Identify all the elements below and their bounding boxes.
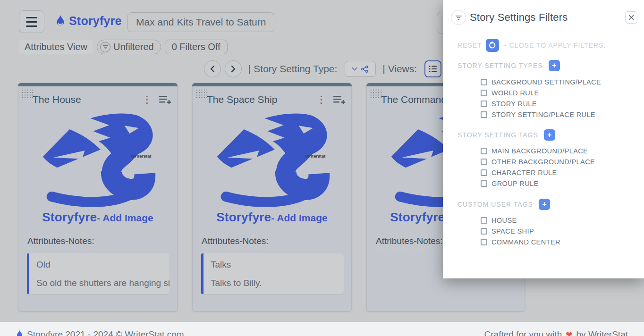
checkbox[interactable]	[481, 79, 487, 85]
undo-icon	[489, 42, 496, 49]
add-custom-tag-button[interactable]: +	[539, 199, 550, 210]
filter-option[interactable]: BACKGROUND SETTING/PLACE	[481, 78, 601, 86]
filter-icon	[451, 10, 466, 25]
checkbox[interactable]	[481, 101, 487, 107]
close-icon	[628, 15, 634, 20]
filter-option[interactable]: MAIN BACKGROUND/PLACE	[481, 147, 588, 155]
filter-option[interactable]: CHARACTER RULE	[481, 169, 557, 176]
section-story-setting-tags: STORY SETTING TAGS +	[458, 129, 555, 141]
panel-title: Story Settings Filters	[470, 11, 568, 24]
story-settings-filters-panel: Story Settings Filters RESET ~ CLOSE TO …	[443, 0, 644, 278]
filter-option[interactable]: STORY SETTING/PLACE RULE	[481, 111, 595, 118]
filter-option[interactable]: OTHER BACKGROUND/PLACE	[481, 158, 595, 166]
checkbox[interactable]	[481, 148, 487, 154]
filter-option[interactable]: GROUP RULE	[481, 180, 539, 187]
section-story-setting-types: STORY SETTING TYPES +	[458, 60, 560, 71]
checkbox[interactable]	[481, 90, 487, 96]
close-to-apply-hint: ~ CLOSE TO APPLY FILTERS.	[503, 42, 606, 49]
section-custom-user-tags: CUSTOM USER TAGS +	[458, 199, 550, 210]
footer-crafted-text: Crafted for you with	[484, 329, 562, 336]
filter-option[interactable]: STORY RULE	[481, 100, 537, 108]
filter-option[interactable]: COMMAND CENTER	[481, 238, 560, 246]
heart-icon: ❤	[566, 330, 572, 336]
footer-copyright: Storyfyre 2021 - 2024 © WriterStat.com	[27, 329, 184, 336]
checkbox[interactable]	[481, 180, 487, 187]
checkbox[interactable]	[481, 111, 487, 118]
add-setting-tag-button[interactable]: +	[544, 129, 555, 141]
flame-icon	[16, 330, 23, 336]
filter-option[interactable]: HOUSE	[481, 217, 517, 224]
checkbox[interactable]	[481, 169, 487, 176]
close-button[interactable]	[625, 11, 637, 24]
filter-option[interactable]: WORLD RULE	[481, 89, 539, 97]
checkbox[interactable]	[481, 239, 487, 245]
checkbox[interactable]	[481, 159, 487, 165]
footer-writerstat-link[interactable]: by WriterStat	[576, 329, 628, 336]
checkbox[interactable]	[481, 228, 487, 235]
footer: Storyfyre 2021 - 2024 © WriterStat.com C…	[0, 322, 644, 336]
add-setting-type-button[interactable]: +	[549, 60, 560, 71]
reset-filters-button[interactable]	[486, 39, 499, 52]
checkbox[interactable]	[481, 217, 487, 224]
filter-option[interactable]: SPACE SHIP	[481, 227, 534, 235]
reset-label: RESET	[458, 42, 482, 49]
